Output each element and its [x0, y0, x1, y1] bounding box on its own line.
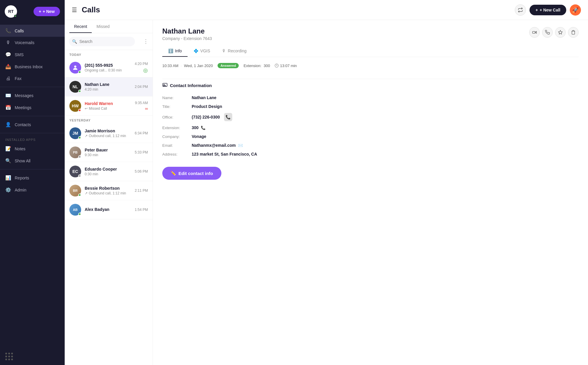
arrow-icon: ↩	[85, 106, 88, 111]
value-company: Vonage	[192, 134, 206, 139]
transfer-icon-btn[interactable]	[515, 4, 526, 16]
contact-row-email: Email: Nathanmx@email.com ✉️	[162, 141, 579, 150]
status-dot	[78, 174, 81, 177]
sidebar-item-voicemails[interactable]: 🎙 Voicemails	[0, 37, 65, 49]
detail-header: Nathan Lane Company - Extension 7643	[162, 27, 579, 41]
svg-rect-1	[532, 31, 535, 34]
status-dot	[78, 109, 81, 112]
tab-recording[interactable]: 🎙 Recording	[216, 46, 253, 57]
status-dot	[78, 90, 81, 93]
detail-subtitle: Company - Extension 7643	[162, 36, 212, 41]
list-item[interactable]: JM Jamie Morrison ↗ Outbound call, 1:12 …	[65, 124, 153, 143]
sidebar-item-admin[interactable]: ⚙️ Admin	[0, 184, 65, 196]
menu-icon[interactable]: ☰	[72, 6, 77, 14]
call-avatar: BR	[69, 185, 81, 196]
value-title: Product Design	[192, 104, 222, 109]
call-info: (201) 555-9925 Ongoing call... 0:30 min	[85, 63, 131, 72]
list-item[interactable]: BR Bessie Robertson ↗ Outbound call, 1:1…	[65, 181, 153, 200]
list-item[interactable]: NL Nathan Lane 4:20 min 2:04 PM	[65, 77, 153, 96]
call-name: Peter Bauer	[85, 148, 131, 152]
call-meta: 10:33 AM · Wed, 1 Jan 2020 Answered Exte…	[162, 63, 579, 68]
value-office: (732) 226-0300 📞	[192, 113, 232, 121]
outbound-icon: ↗	[85, 191, 88, 195]
email-icon: ✉️	[238, 143, 243, 148]
phone-btn[interactable]	[542, 27, 553, 38]
vgis-icon: 💠	[193, 49, 198, 53]
plus-icon: +	[535, 8, 538, 12]
meetings-icon: 📅	[5, 105, 11, 110]
sidebar-item-messages[interactable]: ✉️ Messages	[0, 89, 65, 101]
call-time-right: 9:35 AM ∞	[135, 101, 148, 111]
detail-tabs: ℹ️ Info 💠 VGIS 🎙 Recording	[162, 46, 579, 57]
list-item[interactable]: AB Alex Badyan 1:54 PM	[65, 200, 153, 219]
call-avatar: EC	[69, 166, 81, 177]
sidebar-item-show-all[interactable]: 🔍 Show All	[0, 155, 65, 167]
more-options-icon[interactable]: ⋮	[143, 38, 148, 45]
value-address: 123 market St, San Francisco, CA	[192, 152, 257, 156]
call-time-right: 4:20 PM ◎	[135, 62, 148, 74]
contact-row-title: Title: Product Design	[162, 102, 579, 111]
call-info: Alex Badyan	[85, 207, 131, 212]
call-info: Harold Warren ↩ Missed Call	[85, 101, 131, 111]
search-icon: 🔍	[72, 39, 77, 44]
calls-panel: Recent Missed 🔍 ⋮ TODAY	[65, 20, 153, 365]
contact-row-name: Name: Nathan Lane	[162, 93, 579, 102]
list-item[interactable]: HW Harold Warren ↩ Missed Call 9:35 AM ∞	[65, 96, 153, 116]
new-call-button[interactable]: + + New Call	[529, 5, 566, 15]
sidebar-item-calls[interactable]: 📞 Calls	[0, 25, 65, 37]
content-area: Recent Missed 🔍 ⋮ TODAY	[65, 20, 588, 365]
call-avatar	[69, 62, 81, 74]
call-info: Peter Bauer 9:30 min	[85, 148, 131, 157]
call-name: Eduardo Cooper	[85, 167, 131, 171]
tab-info[interactable]: ℹ️ Info	[162, 46, 188, 57]
sidebar-item-reports[interactable]: 📊 Reports	[0, 172, 65, 184]
sidebar-item-business-inbox[interactable]: 📥 Business Inbox	[0, 61, 65, 73]
edit-contact-button[interactable]: ✏️ Edit contact info	[162, 167, 221, 180]
video-call-btn[interactable]	[529, 27, 540, 38]
call-time-right: 2:11 PM	[135, 189, 148, 193]
status-dot	[78, 194, 81, 196]
fax-icon: 🖨	[5, 76, 11, 81]
delete-btn[interactable]	[568, 27, 579, 38]
sidebar-item-sms[interactable]: 💬 SMS	[0, 49, 65, 61]
call-time-display: 10:33 AM · Wed, 1 Jan 2020	[162, 64, 213, 68]
call-sub: 9:30 min	[85, 153, 131, 157]
tab-missed[interactable]: Missed	[92, 20, 114, 33]
call-time-right: 1:54 PM	[135, 208, 148, 212]
search-input[interactable]	[69, 37, 135, 46]
inbox-icon: 📥	[5, 64, 11, 69]
calls-icon: 📞	[5, 28, 11, 34]
yesterday-header: YESTERDAY	[65, 116, 153, 124]
notes-icon: 📝	[5, 146, 11, 151]
contact-row-extension: Extension: 300 📞	[162, 123, 579, 132]
list-item[interactable]: EC Eduardo Cooper 0:30 min 5:06 PM	[65, 162, 153, 181]
sidebar-item-fax[interactable]: 🖨 Fax	[0, 73, 65, 84]
list-item[interactable]: (201) 555-9925 Ongoing call... 0:30 min …	[65, 58, 153, 77]
label-title: Title:	[162, 104, 192, 109]
list-item[interactable]: PB Peter Bauer 9:30 min 5:33 PM	[65, 143, 153, 162]
contact-section: Contact Information Name: Nathan Lane Ti…	[162, 83, 579, 180]
svg-marker-2	[558, 30, 562, 34]
messages-icon: ✉️	[5, 93, 11, 98]
today-header: TODAY	[65, 50, 153, 58]
detail-panel: Nathan Lane Company - Extension 7643	[153, 20, 588, 365]
svg-point-0	[74, 66, 76, 68]
tab-recent[interactable]: Recent	[69, 20, 92, 33]
tab-vgis[interactable]: 💠 VGIS	[188, 46, 216, 57]
rocket-button[interactable]: 🚀	[570, 4, 581, 16]
sidebar-item-meetings[interactable]: 📅 Meetings	[0, 101, 65, 114]
sms-icon: 💬	[5, 52, 11, 57]
call-sub: ↗ Outbound call, 1:12 min	[85, 191, 131, 195]
sidebar-item-contacts[interactable]: 👤 Contacts	[0, 119, 65, 131]
call-office-btn[interactable]: 📞	[224, 113, 232, 121]
new-button[interactable]: + + New	[34, 7, 60, 16]
apps-grid[interactable]	[5, 353, 59, 360]
online-indicator	[14, 15, 17, 17]
value-name: Nathan Lane	[192, 95, 216, 100]
extension-info: Extension: 300	[243, 64, 270, 68]
avatar: RT	[5, 5, 17, 18]
star-btn[interactable]	[555, 27, 566, 38]
call-time-right: 5:06 PM	[135, 169, 148, 174]
sidebar-item-notes[interactable]: 📝 Notes	[0, 143, 65, 155]
topbar: ☰ Calls + + New Call 🚀	[65, 0, 588, 20]
